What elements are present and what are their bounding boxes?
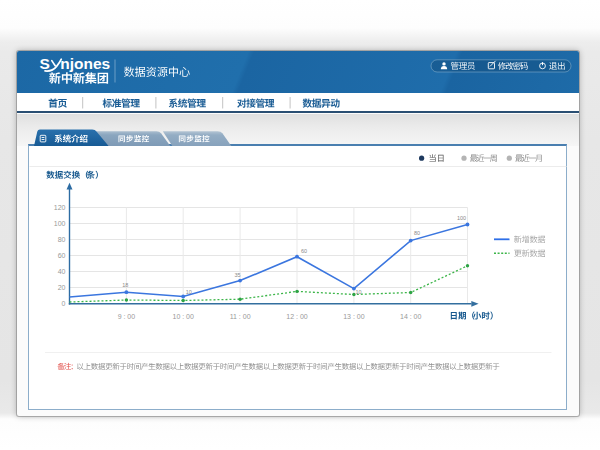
svg-text:40: 40: [58, 268, 66, 275]
svg-text:18: 18: [122, 282, 128, 288]
svg-text:120: 120: [54, 204, 66, 211]
svg-text:60: 60: [58, 252, 66, 259]
svg-text:10 : 00: 10 : 00: [172, 313, 194, 320]
svg-text:100: 100: [457, 215, 466, 221]
svg-text:10: 10: [186, 289, 192, 295]
svg-text:S: S: [40, 55, 50, 72]
svg-text:80: 80: [414, 230, 420, 236]
svg-text:12 : 00: 12 : 00: [286, 313, 308, 320]
svg-text:10: 10: [356, 289, 362, 295]
svg-text:13 : 00: 13 : 00: [343, 313, 365, 320]
svg-text:0: 0: [62, 300, 66, 307]
svg-text:80: 80: [58, 236, 66, 243]
svg-text:14 : 00: 14 : 00: [400, 313, 422, 320]
svg-text:60: 60: [301, 248, 307, 254]
svg-text:35: 35: [235, 272, 241, 278]
svg-text:20: 20: [58, 284, 66, 291]
svg-text:11 : 00: 11 : 00: [230, 313, 251, 320]
svg-text:njones: njones: [60, 55, 110, 72]
svg-text:100: 100: [54, 220, 66, 227]
svg-text:9 : 00: 9 : 00: [118, 313, 136, 320]
